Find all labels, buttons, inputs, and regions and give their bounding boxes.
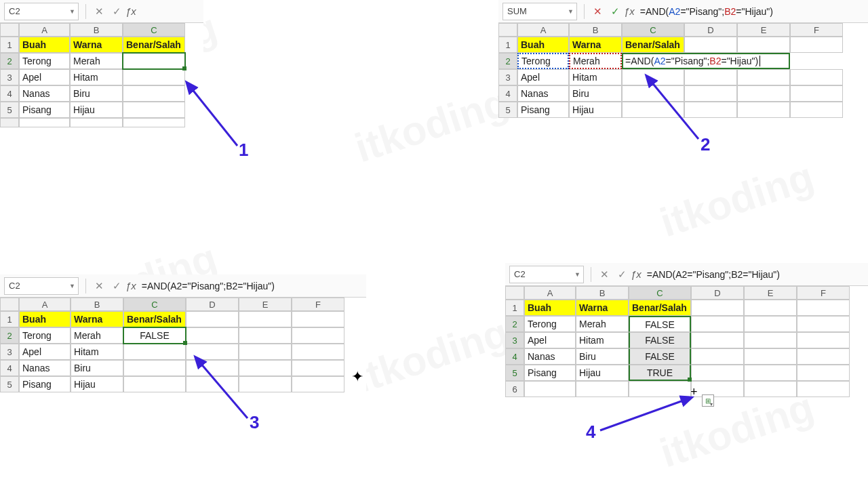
cell-A2[interactable]: Terong <box>19 53 70 69</box>
cell-B5[interactable]: Hijau <box>576 365 629 381</box>
col-header-A[interactable]: A <box>19 23 70 37</box>
col-header-C[interactable]: C <box>123 23 185 37</box>
row-header-1[interactable]: 1 <box>498 37 517 53</box>
cell-E1[interactable] <box>737 37 790 53</box>
row-header-3[interactable]: 3 <box>0 69 19 85</box>
cell-C4[interactable] <box>123 85 185 102</box>
name-box[interactable]: C2 ▼ <box>4 277 79 295</box>
cell-B4[interactable]: Biru <box>70 85 123 102</box>
row-header-1[interactable]: 1 <box>0 37 19 53</box>
cell-F6[interactable] <box>797 381 850 397</box>
cell-B5[interactable]: Hijau <box>569 102 622 118</box>
row-header-1[interactable]: 1 <box>505 300 524 316</box>
cell-A6[interactable] <box>19 118 70 127</box>
cell-C5[interactable] <box>123 102 185 118</box>
col-header-C[interactable]: C <box>123 298 186 311</box>
row-header-5[interactable]: 5 <box>0 376 19 392</box>
cell-D1[interactable] <box>684 37 737 53</box>
cell-A5[interactable]: Pisang <box>19 376 71 392</box>
cell-A1[interactable]: Buah <box>19 311 71 327</box>
cell-A2[interactable]: Terong <box>19 327 71 344</box>
name-box[interactable]: SUM ▼ <box>502 3 577 20</box>
cell-E5[interactable] <box>737 102 790 118</box>
cell-C5[interactable] <box>123 376 186 392</box>
cell-F2[interactable] <box>292 327 344 344</box>
formula-bar-input[interactable]: =AND(A2="Pisang";B2="Hijau") <box>640 6 773 17</box>
cell-B1[interactable]: Warna <box>70 37 123 53</box>
cell-A3[interactable]: Apel <box>524 332 576 348</box>
select-all-corner[interactable] <box>505 286 524 300</box>
cell-C1[interactable]: Benar/Salah <box>123 37 185 53</box>
cell-E4[interactable] <box>737 85 790 102</box>
cell-F4[interactable] <box>797 348 850 365</box>
cell-C5[interactable] <box>622 102 684 118</box>
cell-B3[interactable]: Hitam <box>569 69 622 85</box>
name-box[interactable]: C2 ▼ <box>4 3 79 20</box>
cell-F1[interactable] <box>797 300 850 316</box>
cell-E3[interactable] <box>239 344 292 360</box>
cell-C3[interactable] <box>622 69 684 85</box>
cell-B6[interactable] <box>70 118 123 127</box>
row-header-6[interactable]: 6 <box>505 381 524 397</box>
select-all-corner[interactable] <box>0 298 19 311</box>
cell-B4[interactable]: Biru <box>576 348 629 365</box>
row-header-1[interactable]: 1 <box>0 311 19 327</box>
cell-D5[interactable] <box>691 365 744 381</box>
cell-A3[interactable]: Apel <box>517 69 569 85</box>
cell-D6[interactable] <box>691 381 744 397</box>
cell-B3[interactable]: Hitam <box>70 69 123 85</box>
fx-icon[interactable]: ƒx <box>624 5 635 17</box>
cell-D2[interactable] <box>691 316 744 332</box>
row-header-5[interactable]: 5 <box>505 365 524 381</box>
cell-B4[interactable]: Biru <box>71 360 123 376</box>
cell-C3[interactable]: FALSE <box>629 332 691 348</box>
col-header-F[interactable]: F <box>790 23 843 37</box>
cell-B2-ref[interactable]: Merah <box>569 53 622 69</box>
cell-E3[interactable] <box>744 332 797 348</box>
cell-C5[interactable]: TRUE <box>629 365 691 381</box>
cell-D5[interactable] <box>186 376 239 392</box>
col-header-A[interactable]: A <box>524 286 576 300</box>
col-header-E[interactable]: E <box>737 23 790 37</box>
cell-B2[interactable]: Merah <box>70 53 123 69</box>
cell-B5[interactable]: Hijau <box>71 376 123 392</box>
cell-C3[interactable] <box>123 344 186 360</box>
col-header-B[interactable]: B <box>70 23 123 37</box>
cell-E5[interactable] <box>239 376 292 392</box>
row-header-2[interactable]: 2 <box>0 53 19 69</box>
fx-icon[interactable]: ƒx <box>125 280 136 291</box>
cell-A2[interactable]: Terong <box>524 316 576 332</box>
col-header-D[interactable]: D <box>691 286 744 300</box>
col-header-F[interactable]: F <box>797 286 850 300</box>
cell-C1[interactable]: Benar/Salah <box>622 37 684 53</box>
cell-C2[interactable]: FALSE <box>629 316 691 332</box>
cell-F4[interactable] <box>790 85 843 102</box>
cell-C4[interactable]: FALSE <box>629 348 691 365</box>
chevron-down-icon[interactable]: ▼ <box>69 283 75 289</box>
cell-D3[interactable] <box>691 332 744 348</box>
cell-F4[interactable] <box>292 360 344 376</box>
select-all-corner[interactable] <box>0 23 19 37</box>
row-header-4[interactable]: 4 <box>0 360 19 376</box>
chevron-down-icon[interactable]: ▼ <box>568 8 574 15</box>
col-header-C[interactable]: C <box>622 23 684 37</box>
cell-A1[interactable]: Buah <box>19 37 70 53</box>
cell-A5[interactable]: Pisang <box>517 102 569 118</box>
chevron-down-icon[interactable]: ▼ <box>69 8 75 15</box>
cell-E4[interactable] <box>744 348 797 365</box>
row-header-3[interactable]: 3 <box>498 69 517 85</box>
fx-icon[interactable]: ƒx <box>125 5 136 17</box>
cell-D4[interactable] <box>691 348 744 365</box>
cell-C1[interactable]: Benar/Salah <box>629 300 691 316</box>
cell-A1[interactable]: Buah <box>524 300 576 316</box>
cell-E6[interactable] <box>744 381 797 397</box>
col-header-C[interactable]: C <box>629 286 691 300</box>
cell-F3[interactable] <box>797 332 850 348</box>
cell-C2-editing[interactable]: =AND(A2="Pisang";B2="Hijau") <box>622 53 790 69</box>
cell-A5[interactable]: Pisang <box>524 365 576 381</box>
cell-B5[interactable]: Hijau <box>70 102 123 118</box>
col-header-D[interactable]: D <box>684 23 737 37</box>
cell-A6[interactable] <box>524 381 576 397</box>
row-header-5[interactable]: 5 <box>0 102 19 118</box>
cell-B3[interactable]: Hitam <box>71 344 123 360</box>
